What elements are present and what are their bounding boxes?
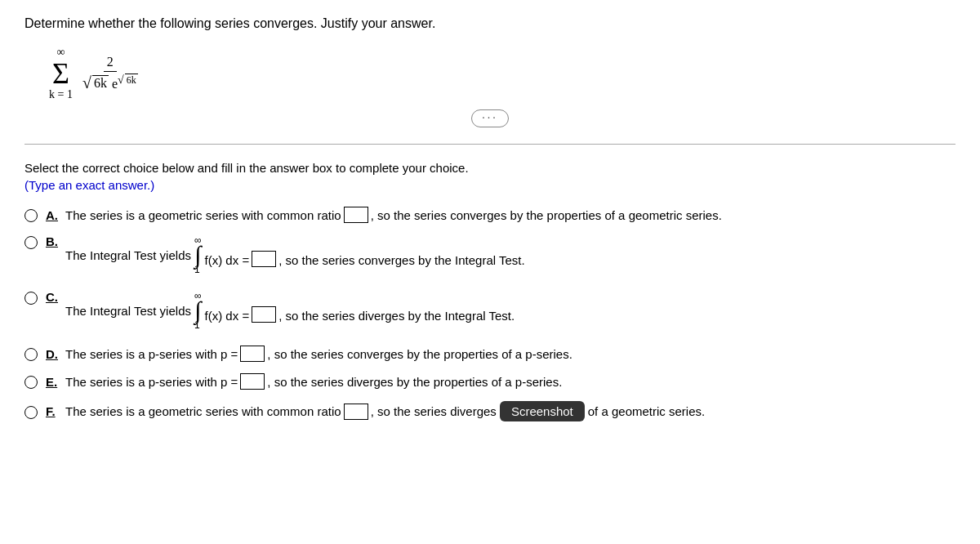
- sigma-symbol: Σ: [52, 59, 69, 88]
- question-header: Determine whether the following series c…: [24, 16, 956, 31]
- sigma-notation: ∞ Σ k = 1: [49, 46, 73, 101]
- option-F-answer-box[interactable]: [344, 404, 368, 420]
- instructions-line2: (Type an exact answer.): [24, 178, 956, 192]
- series-formula: ∞ Σ k = 1 2 √6k e√6k: [49, 46, 956, 101]
- option-C-label: C.: [46, 290, 60, 304]
- ellipsis-container: ···: [24, 109, 956, 127]
- instructions-line1: Select the correct choice below and fill…: [24, 161, 956, 175]
- e-exponent: √6k: [118, 75, 138, 85]
- option-B-content: The Integral Test yields ∞ ∫ 1 f(x) dx =…: [65, 234, 525, 275]
- option-C-answer-box[interactable]: [252, 306, 276, 323]
- option-D-row: D. The series is a p-series with p = , s…: [24, 346, 956, 362]
- question-text: Determine whether the following series c…: [24, 16, 435, 30]
- screenshot-badge[interactable]: Screenshot: [500, 401, 585, 421]
- series-fraction: 2 √6k e√6k: [79, 55, 141, 92]
- option-C-text-before: The Integral Test yields: [65, 304, 191, 318]
- option-D-text-before: The series is a p-series with p =: [65, 347, 238, 361]
- option-E-radio[interactable]: [24, 376, 38, 389]
- option-C-text-after: , so the series diverges by the Integral…: [278, 309, 514, 323]
- option-F-radio[interactable]: [24, 406, 38, 419]
- option-C-integral-bottom: 1: [194, 319, 200, 331]
- option-B-integral: ∞ ∫ 1: [194, 234, 202, 275]
- option-A-answer-box[interactable]: [344, 207, 368, 223]
- option-B-text-before: The Integral Test yields: [65, 248, 191, 262]
- fraction-denominator: √6k e√6k: [79, 72, 141, 92]
- option-E-row: E. The series is a p-series with p = , s…: [24, 373, 956, 390]
- option-C-row: C. The Integral Test yields ∞ ∫ 1 f(x) d…: [24, 290, 956, 331]
- ellipsis-button[interactable]: ···: [471, 109, 509, 127]
- option-E-text-after: , so the series diverges by the properti…: [267, 375, 562, 389]
- option-A-radio[interactable]: [24, 209, 38, 222]
- option-F-text-final: of a geometric series.: [588, 404, 705, 418]
- option-F-text-after: , so the series diverges: [371, 404, 497, 418]
- option-E-text-before: The series is a p-series with p =: [65, 375, 238, 389]
- option-F-label: F.: [46, 404, 60, 418]
- fraction-numerator: 2: [104, 55, 117, 72]
- option-D-radio[interactable]: [24, 348, 38, 361]
- option-F-text-before: The series is a geometric series with co…: [65, 404, 341, 418]
- option-F-row: F. The series is a geometric series with…: [24, 401, 956, 421]
- e-symbol: e: [112, 77, 118, 91]
- option-C-radio[interactable]: [24, 292, 38, 305]
- option-E-answer-box[interactable]: [240, 373, 265, 390]
- option-A-text-after: , so the series converges by the propert…: [371, 208, 722, 222]
- option-A-text-before: The series is a geometric series with co…: [65, 208, 341, 222]
- option-C-integral: ∞ ∫ 1: [194, 290, 202, 331]
- sqrt-content-6k: 6k: [92, 75, 109, 91]
- option-A-row: A. The series is a geometric series with…: [24, 207, 956, 223]
- option-B-answer-box[interactable]: [252, 251, 276, 267]
- sqrt-6k: √6k: [82, 74, 109, 92]
- option-B-row: B. The Integral Test yields ∞ ∫ 1 f(x) d…: [24, 234, 956, 275]
- option-B-radio[interactable]: [24, 236, 38, 249]
- option-D-answer-box[interactable]: [240, 346, 265, 362]
- option-B-label: B.: [46, 234, 60, 248]
- option-B-integral-expr: f(x) dx =: [205, 253, 250, 267]
- section-divider: [24, 144, 956, 145]
- option-C-content: The Integral Test yields ∞ ∫ 1 f(x) dx =…: [65, 290, 514, 331]
- option-D-text-after: , so the series converges by the propert…: [267, 347, 572, 361]
- option-B-text-after: , so the series converges by the Integra…: [278, 253, 525, 267]
- option-B-integral-bottom: 1: [194, 264, 200, 275]
- option-E-label: E.: [46, 375, 60, 389]
- option-C-integral-expr: f(x) dx =: [205, 309, 250, 323]
- sigma-bottom: k = 1: [49, 88, 73, 101]
- page-container: Determine whether the following series c…: [0, 0, 980, 449]
- option-A-label: A.: [46, 208, 60, 222]
- option-D-label: D.: [46, 347, 60, 361]
